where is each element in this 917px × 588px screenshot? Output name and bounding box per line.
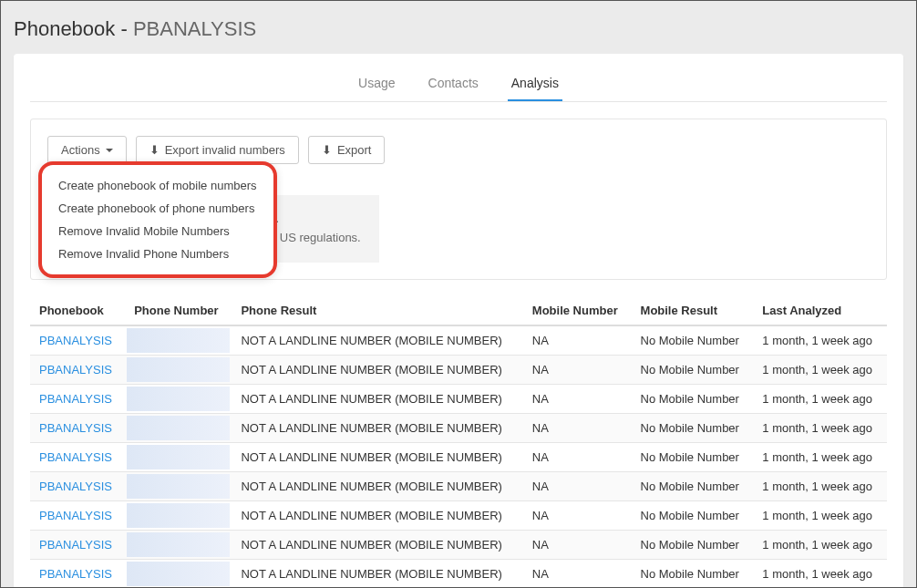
- download-icon: ⬇: [149, 144, 160, 156]
- actions-dropdown: Create phonebook of mobile numbers Creat…: [38, 161, 277, 278]
- th-phone-result: Phone Result: [232, 296, 522, 325]
- cell-last-analyzed: 1 month, 1 week ago: [753, 413, 887, 442]
- cell-mobile-result: No Mobile Number: [632, 413, 754, 442]
- cell-mobile-number: NA: [523, 325, 632, 356]
- cell-mobile-result: No Mobile Number: [632, 559, 754, 588]
- table-row: PBANALYSISNOT A LANDLINE NUMBER (MOBILE …: [30, 413, 887, 442]
- export-invalid-button[interactable]: ⬇ Export invalid numbers: [136, 136, 299, 164]
- cell-phonebook[interactable]: PBANALYSIS: [30, 530, 125, 559]
- tab-usage[interactable]: Usage: [355, 70, 398, 101]
- cell-last-analyzed: 1 month, 1 week ago: [753, 559, 887, 588]
- table-row: PBANALYSISNOT A LANDLINE NUMBER (MOBILE …: [30, 559, 887, 588]
- cell-phone-result: NOT A LANDLINE NUMBER (MOBILE NUMBER): [232, 355, 522, 384]
- cell-phone-number: [125, 471, 232, 500]
- table-header-row: Phonebook Phone Number Phone Result Mobi…: [30, 296, 887, 325]
- cell-phone-number: [125, 325, 232, 356]
- cell-last-analyzed: 1 month, 1 week ago: [753, 325, 887, 356]
- cell-mobile-result: No Mobile Number: [632, 442, 754, 471]
- cell-phonebook[interactable]: PBANALYSIS: [30, 559, 125, 588]
- cell-phonebook[interactable]: PBANALYSIS: [30, 325, 125, 356]
- page-title-name: PBANALYSIS: [133, 17, 256, 40]
- cell-mobile-result: No Mobile Number: [632, 355, 754, 384]
- table-row: PBANALYSISNOT A LANDLINE NUMBER (MOBILE …: [30, 384, 887, 413]
- th-mobile-result: Mobile Result: [632, 296, 754, 325]
- cell-phone-number: [125, 442, 232, 471]
- cell-phone-number: [125, 413, 232, 442]
- cell-phonebook[interactable]: PBANALYSIS: [30, 355, 125, 384]
- cell-mobile-number: NA: [523, 530, 632, 559]
- cell-phone-result: NOT A LANDLINE NUMBER (MOBILE NUMBER): [232, 384, 522, 413]
- cell-last-analyzed: 1 month, 1 week ago: [753, 384, 887, 413]
- caret-down-icon: [106, 149, 113, 152]
- actions-button-label: Actions: [61, 143, 100, 157]
- tabs: Usage Contacts Analysis: [30, 70, 887, 102]
- cell-mobile-result: No Mobile Number: [632, 384, 754, 413]
- cell-phone-result: NOT A LANDLINE NUMBER (MOBILE NUMBER): [232, 442, 522, 471]
- toolbar-area: Actions ⬇ Export invalid numbers ⬇ Expor…: [30, 119, 887, 280]
- cell-phone-result: NOT A LANDLINE NUMBER (MOBILE NUMBER): [232, 530, 522, 559]
- cell-mobile-number: NA: [523, 413, 632, 442]
- cell-phone-number: [125, 530, 232, 559]
- tab-analysis[interactable]: Analysis: [508, 70, 562, 101]
- table-row: PBANALYSISNOT A LANDLINE NUMBER (MOBILE …: [30, 355, 887, 384]
- main-panel: Usage Contacts Analysis Actions ⬇ Export…: [14, 54, 903, 588]
- cell-last-analyzed: 1 month, 1 week ago: [753, 530, 887, 559]
- th-phone-number: Phone Number: [125, 296, 232, 325]
- cell-phone-result: NOT A LANDLINE NUMBER (MOBILE NUMBER): [232, 471, 522, 500]
- cell-phonebook[interactable]: PBANALYSIS: [30, 442, 125, 471]
- table-row: PBANALYSISNOT A LANDLINE NUMBER (MOBILE …: [30, 325, 887, 356]
- cell-mobile-number: NA: [523, 355, 632, 384]
- cell-phonebook[interactable]: PBANALYSIS: [30, 500, 125, 530]
- cell-mobile-number: NA: [523, 500, 632, 530]
- cell-phone-number: [125, 355, 232, 384]
- cell-last-analyzed: 1 month, 1 week ago: [753, 442, 887, 471]
- cell-phone-number: [125, 559, 232, 588]
- cell-last-analyzed: 1 month, 1 week ago: [753, 500, 887, 530]
- cell-last-analyzed: 1 month, 1 week ago: [753, 355, 887, 384]
- cell-phone-number: [125, 500, 232, 530]
- cell-mobile-number: NA: [523, 559, 632, 588]
- cell-phone-result: NOT A LANDLINE NUMBER (MOBILE NUMBER): [232, 325, 522, 356]
- table-row: PBANALYSISNOT A LANDLINE NUMBER (MOBILE …: [30, 500, 887, 530]
- export-invalid-label: Export invalid numbers: [165, 143, 285, 157]
- actions-button[interactable]: Actions: [47, 136, 127, 164]
- button-row: Actions ⬇ Export invalid numbers ⬇ Expor…: [47, 136, 870, 164]
- table-row: PBANALYSISNOT A LANDLINE NUMBER (MOBILE …: [30, 442, 887, 471]
- cell-mobile-result: No Mobile Number: [632, 325, 754, 356]
- download-icon: ⬇: [322, 144, 332, 156]
- cell-phone-result: NOT A LANDLINE NUMBER (MOBILE NUMBER): [232, 413, 522, 442]
- cell-phone-result: NOT A LANDLINE NUMBER (MOBILE NUMBER): [232, 500, 522, 530]
- tab-contacts[interactable]: Contacts: [425, 70, 482, 101]
- cell-phonebook[interactable]: PBANALYSIS: [30, 471, 125, 500]
- th-mobile-number: Mobile Number: [523, 296, 632, 325]
- cell-phone-number: [125, 384, 232, 413]
- cell-last-analyzed: 1 month, 1 week ago: [753, 471, 887, 500]
- cell-mobile-result: No Mobile Number: [632, 471, 754, 500]
- action-remove-invalid-mobile[interactable]: Remove Invalid Mobile Numbers: [55, 220, 261, 242]
- cell-phonebook[interactable]: PBANALYSIS: [30, 413, 125, 442]
- export-label: Export: [337, 143, 372, 157]
- cell-mobile-number: NA: [523, 384, 632, 413]
- export-button[interactable]: ⬇ Export: [308, 136, 386, 164]
- action-create-mobile-phonebook[interactable]: Create phonebook of mobile numbers: [55, 174, 261, 197]
- cell-mobile-result: No Mobile Number: [632, 530, 754, 559]
- analysis-table: Phonebook Phone Number Phone Result Mobi…: [30, 296, 887, 588]
- table-row: PBANALYSISNOT A LANDLINE NUMBER (MOBILE …: [30, 471, 887, 500]
- action-create-phone-phonebook[interactable]: Create phonebook of phone numbers: [55, 197, 261, 220]
- cell-phone-result: NOT A LANDLINE NUMBER (MOBILE NUMBER): [232, 559, 522, 588]
- th-phonebook: Phonebook: [30, 296, 125, 325]
- th-last-analyzed: Last Analyzed: [753, 296, 887, 325]
- table-row: PBANALYSISNOT A LANDLINE NUMBER (MOBILE …: [30, 530, 887, 559]
- action-remove-invalid-phone[interactable]: Remove Invalid Phone Numbers: [55, 242, 261, 265]
- page-title-prefix: Phonebook -: [14, 17, 133, 40]
- cell-mobile-number: NA: [523, 442, 632, 471]
- cell-phonebook[interactable]: PBANALYSIS: [30, 384, 125, 413]
- cell-mobile-number: NA: [523, 471, 632, 500]
- page-title: Phonebook - PBANALYSIS: [14, 1, 903, 54]
- cell-mobile-result: No Mobile Number: [632, 500, 754, 530]
